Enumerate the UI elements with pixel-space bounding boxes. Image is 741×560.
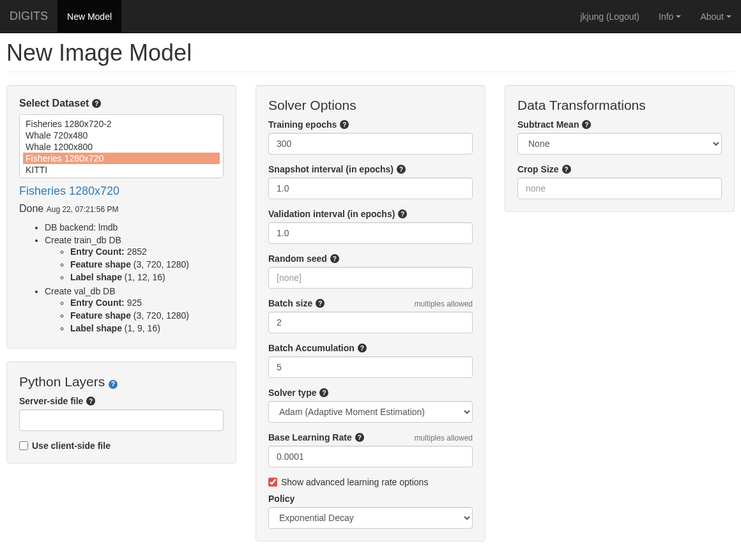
client-side-checkbox[interactable] (19, 441, 28, 450)
val-feature-shape: Feature shape (3, 720, 1280) (70, 309, 224, 322)
done-timestamp: Aug 22, 07:21:56 PM (47, 205, 119, 214)
validation-interval-label: Validation interval (in epochs) ? (268, 209, 473, 219)
dataset-option[interactable]: Fisheries 1280x720-2 (23, 118, 220, 130)
training-epochs-label: Training epochs ? (268, 119, 473, 130)
python-layers-title: Python Layers (19, 374, 105, 389)
help-icon[interactable]: ? (86, 397, 95, 405)
show-advanced-row: Show advanced learning rate options (268, 477, 473, 487)
feature-shape-value: (3, 720, 1280) (134, 310, 189, 321)
dataset-option-selected[interactable]: Fisheries 1280x720 (23, 153, 220, 164)
batch-size-hint: multiples allowed (415, 299, 473, 308)
data-transformations-panel: Data Transformations Subtract Mean ? Non… (505, 85, 735, 212)
dataset-option[interactable]: Whale 720x480 (23, 130, 220, 141)
client-side-label: Use client-side file (32, 441, 111, 451)
label-shape-value: (1, 9, 16) (125, 323, 160, 333)
dataset-details: DB backend: lmdb Create train_db DB Entr… (19, 221, 224, 336)
solver-options-panel: Solver Options Training epochs ? Snapsho… (256, 85, 485, 541)
validation-interval-label-text: Validation interval (in epochs) (268, 209, 395, 219)
train-db-label: Create train_db DB (45, 235, 121, 245)
policy-select[interactable]: Exponential Decay (268, 507, 473, 529)
help-icon[interactable]: ? (92, 99, 101, 108)
random-seed-label: Random seed ? (268, 254, 473, 264)
crop-size-input[interactable] (517, 178, 722, 199)
help-icon[interactable]: ? (330, 254, 339, 263)
base-lr-hint: multiples allowed (415, 434, 473, 443)
db-backend-value: lmdb (98, 222, 118, 232)
selected-dataset-link[interactable]: Fisheries 1280x720 (19, 185, 119, 198)
brand-link[interactable]: DIGITS (0, 0, 57, 33)
help-icon[interactable]: ? (397, 165, 406, 174)
batch-size-input[interactable] (268, 312, 473, 333)
left-column: Select Dataset ? Fisheries 1280x720-2 Wh… (6, 85, 236, 464)
nav-info-dropdown[interactable]: Info (649, 0, 691, 33)
base-lr-input[interactable] (268, 446, 473, 467)
label-shape-value: (1, 12, 16) (125, 272, 165, 282)
solver-type-select[interactable]: Adam (Adaptive Moment Estimation) (268, 401, 473, 423)
dataset-status-line: Done Aug 22, 07:21:56 PM (19, 203, 224, 215)
select-dataset-heading: Select Dataset ? (19, 98, 224, 109)
title-divider (6, 72, 735, 72)
navbar: DIGITS New Model jkjung (Logout) Info Ab… (0, 0, 741, 33)
server-side-file-input[interactable] (19, 409, 224, 431)
dataset-option[interactable]: KITTI (23, 164, 220, 176)
dataset-select-list[interactable]: Fisheries 1280x720-2 Whale 720x480 Whale… (19, 114, 224, 178)
val-db-row: Create val_db DB Entry Count: 925 Featur… (45, 285, 224, 336)
main-container: Select Dataset ? Fisheries 1280x720-2 Wh… (0, 85, 741, 541)
done-label: Done (19, 203, 43, 214)
batch-size-label-text: Batch size (268, 298, 312, 308)
snapshot-interval-label-text: Snapshot interval (in epochs) (268, 164, 393, 174)
batch-accum-label-text: Batch Accumulation (268, 343, 355, 353)
entry-count-label: Entry Count: (70, 298, 125, 308)
help-icon[interactable]: ? (358, 344, 367, 352)
help-icon[interactable]: ? (398, 209, 407, 218)
page-title: New Image Model (6, 40, 735, 66)
val-label-shape: Label shape (1, 9, 16) (70, 322, 224, 335)
subtract-mean-label-text: Subtract Mean (517, 119, 579, 130)
train-entry-count: Entry Count: 2852 (70, 245, 224, 258)
help-icon[interactable]: ? (562, 165, 571, 174)
server-side-file-label: Server-side file ? (19, 396, 224, 406)
nav-about-label: About (700, 11, 724, 22)
policy-label-text: Policy (268, 494, 294, 504)
help-icon[interactable]: ? (355, 433, 364, 442)
validation-interval-input[interactable] (268, 222, 473, 244)
dataset-option[interactable]: Whale 1200x800 (23, 141, 220, 153)
entry-count-value: 925 (127, 298, 142, 308)
show-advanced-checkbox[interactable] (268, 478, 277, 487)
navbar-right: jkjung (Logout) Info About (570, 0, 741, 33)
random-seed-input[interactable] (268, 267, 473, 289)
feature-shape-value: (3, 720, 1280) (134, 259, 189, 269)
help-icon[interactable]: ? (340, 120, 349, 129)
help-icon[interactable]: ? (316, 299, 325, 308)
policy-label: Policy (268, 494, 473, 504)
db-backend-label: DB backend: (45, 222, 96, 232)
snapshot-interval-label: Snapshot interval (in epochs) ? (268, 164, 473, 174)
python-layers-heading: Python Layers ? (19, 374, 224, 390)
client-side-checkbox-row: Use client-side file (19, 441, 224, 451)
batch-accum-input[interactable] (268, 356, 473, 378)
help-icon[interactable]: ? (319, 388, 328, 397)
data-transformations-heading: Data Transformations (517, 98, 722, 113)
right-column: Data Transformations Subtract Mean ? Non… (505, 85, 735, 212)
nav-user-logout[interactable]: jkjung (Logout) (570, 0, 649, 33)
help-icon[interactable]: ? (582, 120, 591, 129)
training-epochs-label-text: Training epochs (268, 119, 337, 130)
random-seed-label-text: Random seed (268, 254, 327, 264)
base-lr-label: Base Learning Rate ? (268, 432, 364, 443)
subtract-mean-label: Subtract Mean ? (517, 119, 722, 130)
snapshot-interval-input[interactable] (268, 178, 473, 199)
show-advanced-label: Show advanced learning rate options (281, 477, 428, 487)
nav-info-label: Info (659, 11, 673, 22)
help-icon[interactable]: ? (109, 380, 118, 389)
batch-accum-label: Batch Accumulation ? (268, 343, 473, 353)
nav-about-dropdown[interactable]: About (691, 0, 741, 33)
nav-new-model[interactable]: New Model (57, 0, 121, 33)
subtract-mean-select[interactable]: None (517, 133, 722, 155)
caret-down-icon (726, 15, 731, 18)
entry-count-label: Entry Count: (70, 246, 125, 257)
solver-type-label: Solver type ? (268, 388, 473, 398)
base-lr-label-text: Base Learning Rate (268, 432, 352, 443)
batch-size-label: Batch size ? (268, 298, 325, 308)
training-epochs-input[interactable] (268, 133, 473, 155)
server-side-file-label-text: Server-side file (19, 396, 83, 406)
